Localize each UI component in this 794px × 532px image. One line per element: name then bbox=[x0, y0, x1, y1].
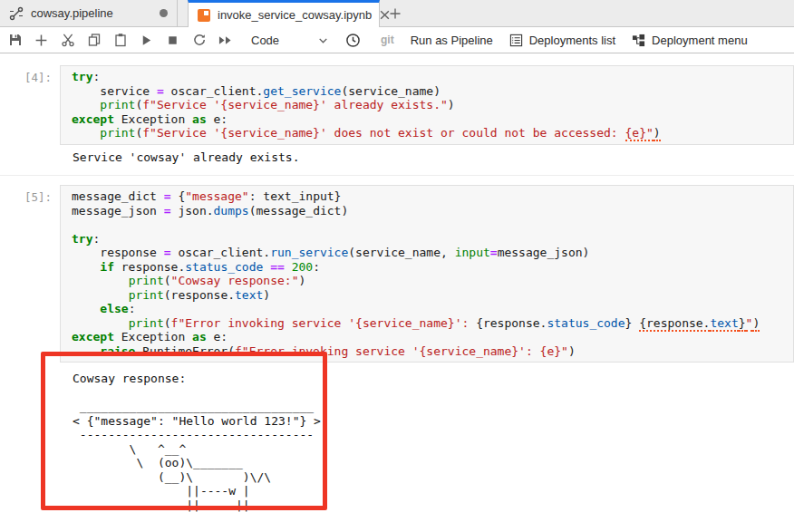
cell-type-dropdown[interactable]: Code bbox=[251, 34, 329, 47]
save-button[interactable] bbox=[2, 29, 28, 52]
execution-count: [4]: bbox=[0, 65, 60, 145]
notebook-toolbar: Code git Run as Pipeline Deployments lis… bbox=[0, 27, 794, 53]
code-editor[interactable]: message_dict = {"message": text_input}me… bbox=[60, 185, 794, 363]
cut-cells-button[interactable] bbox=[54, 29, 81, 52]
run-cell-button[interactable] bbox=[133, 29, 160, 52]
tab-label: invoke_service_cowsay.ipynb bbox=[218, 8, 372, 22]
list-icon bbox=[509, 34, 523, 47]
run-as-pipeline-button[interactable]: Run as Pipeline bbox=[411, 34, 493, 47]
deployments-list-label: Deployments list bbox=[529, 34, 615, 47]
cell-separator bbox=[0, 175, 794, 176]
unsaved-indicator-icon bbox=[160, 9, 168, 17]
paste-cells-button[interactable] bbox=[107, 29, 133, 52]
notebook-panel: [4]: try: service = oscar_client.get_ser… bbox=[0, 53, 794, 517]
code-cell-4: [4]: try: service = oscar_client.get_ser… bbox=[0, 65, 794, 145]
new-tab-button[interactable] bbox=[380, 0, 411, 26]
deployments-list-button[interactable]: Deployments list bbox=[509, 34, 615, 47]
chevron-down-icon bbox=[317, 34, 329, 46]
clock-icon[interactable] bbox=[340, 29, 366, 52]
deployment-menu-label: Deployment menu bbox=[652, 34, 748, 47]
code-cell-5: [5]: message_dict = {"message": text_inp… bbox=[0, 185, 794, 363]
interrupt-kernel-button[interactable] bbox=[160, 29, 186, 52]
tab-divider bbox=[178, 0, 188, 26]
execution-count: [5]: bbox=[0, 185, 60, 363]
tab-invoke-service-cowsay[interactable]: invoke_service_cowsay.ipynb bbox=[188, 0, 380, 27]
restart-kernel-button[interactable] bbox=[186, 29, 212, 52]
deployment-menu-button[interactable]: Deployment menu bbox=[632, 34, 748, 47]
git-status-label: git bbox=[381, 34, 394, 46]
add-cell-button[interactable] bbox=[28, 29, 54, 52]
cell-output-4: Service 'cowsay' already exists. bbox=[60, 145, 794, 170]
copy-cells-button[interactable] bbox=[81, 29, 107, 52]
hierarchy-icon bbox=[632, 34, 645, 47]
notebook-icon bbox=[198, 9, 210, 22]
tab-label: cowsay.pipeline bbox=[31, 6, 152, 20]
cell-output-5: Cowsay response: _______________________… bbox=[60, 363, 794, 517]
cell-type-value: Code bbox=[251, 34, 279, 47]
code-editor[interactable]: try: service = oscar_client.get_service(… bbox=[60, 65, 794, 145]
tab-bar: cowsay.pipeline invoke_service_cowsay.ip… bbox=[0, 0, 794, 27]
run-as-pipeline-label: Run as Pipeline bbox=[411, 34, 493, 47]
tab-cowsay-pipeline[interactable]: cowsay.pipeline bbox=[0, 0, 178, 26]
restart-run-all-button[interactable] bbox=[212, 29, 238, 52]
pipeline-icon bbox=[9, 6, 24, 21]
